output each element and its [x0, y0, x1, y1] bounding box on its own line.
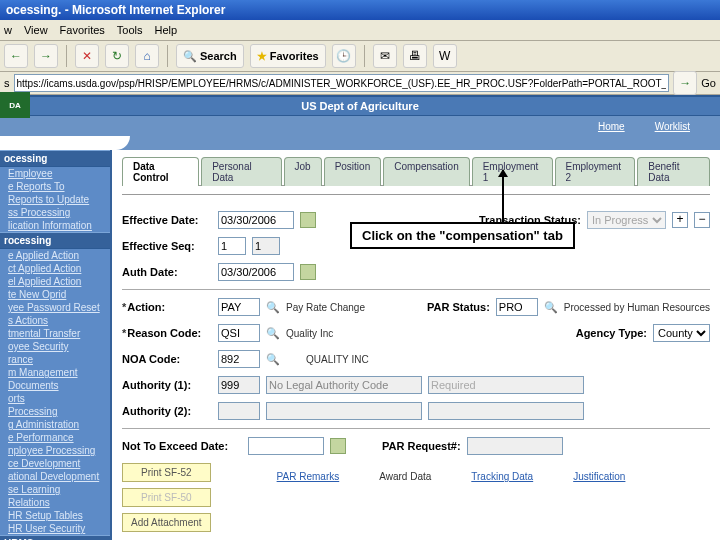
forward-button[interactable]: → — [34, 44, 58, 68]
award-data-label: Award Data — [379, 471, 431, 482]
menu-item[interactable]: Favorites — [60, 24, 105, 36]
noa-code-input[interactable] — [218, 350, 260, 368]
sidebar-item[interactable]: e Performance — [0, 431, 110, 444]
mail-button[interactable]: ✉ — [373, 44, 397, 68]
favorites-button[interactable]: ★Favorites — [250, 44, 326, 68]
nte-date-input[interactable] — [248, 437, 324, 455]
sidebar-item[interactable]: orts — [0, 392, 110, 405]
top-nav: Home Worklist — [0, 116, 720, 136]
print-button[interactable]: 🖶 — [403, 44, 427, 68]
menu-item[interactable]: View — [24, 24, 48, 36]
sidebar-item[interactable]: e Reports To — [0, 180, 110, 193]
header-curve — [0, 136, 720, 150]
sidebar-item[interactable]: m Management — [0, 366, 110, 379]
sidebar-item[interactable]: ational Development — [0, 470, 110, 483]
auth-date-input[interactable] — [218, 263, 294, 281]
tab-personal-data[interactable]: Personal Data — [201, 157, 281, 186]
sidebar-item[interactable]: HR Setup Tables — [0, 509, 110, 522]
effective-seq-1-input[interactable] — [218, 237, 246, 255]
effective-date-label: Effective Date: — [122, 214, 212, 226]
authority-2-input — [218, 402, 260, 420]
home-link[interactable]: Home — [598, 121, 625, 132]
refresh-button[interactable]: ↻ — [105, 44, 129, 68]
tab-employment-1[interactable]: Employment 1 — [472, 157, 553, 186]
sidebar-item[interactable]: ss Processing — [0, 206, 110, 219]
sidebar-item[interactable]: tmental Transfer — [0, 327, 110, 340]
print-sf52-button[interactable]: Print SF-52 — [122, 463, 211, 482]
sidebar-item[interactable]: te New Oprid — [0, 288, 110, 301]
reason-code-input[interactable] — [218, 324, 260, 342]
noa-code-label: NOA Code: — [122, 353, 212, 365]
sidebar-item[interactable]: HR User Security — [0, 522, 110, 535]
search-button[interactable]: 🔍Search — [176, 44, 244, 68]
tab-position[interactable]: Position — [324, 157, 382, 186]
reason-desc: Quality Inc — [286, 328, 333, 339]
authority-2-label: Authority (2): — [122, 405, 212, 417]
lookup-icon[interactable]: 🔍 — [266, 352, 280, 366]
worklist-link[interactable]: Worklist — [655, 121, 690, 132]
address-bar: s → Go — [0, 72, 720, 95]
back-button[interactable]: ← — [4, 44, 28, 68]
agency-type-select[interactable]: County — [653, 324, 710, 342]
delete-row-button[interactable]: − — [694, 212, 710, 228]
par-status-desc: Processed by Human Resources — [564, 302, 710, 313]
lookup-icon[interactable]: 🔍 — [266, 300, 280, 314]
sidebar-item[interactable]: ct Applied Action — [0, 262, 110, 275]
sidebar-item[interactable]: se Learning — [0, 483, 110, 496]
sidebar-item[interactable]: g Administration — [0, 418, 110, 431]
edit-button[interactable]: W — [433, 44, 457, 68]
add-row-button[interactable]: + — [672, 212, 688, 228]
menu-item[interactable]: w — [4, 24, 12, 36]
sidebar-item[interactable]: e Applied Action — [0, 249, 110, 262]
effective-date-input[interactable] — [218, 211, 294, 229]
par-remarks-link[interactable]: PAR Remarks — [277, 471, 340, 482]
menu-item[interactable]: Help — [155, 24, 178, 36]
stop-button[interactable]: ✕ — [75, 44, 99, 68]
effective-seq-2-input — [252, 237, 280, 255]
tab-data-control[interactable]: Data Control — [122, 157, 199, 186]
home-button[interactable]: ⌂ — [135, 44, 159, 68]
menubar: w View Favorites Tools Help — [0, 20, 720, 41]
sidebar: ocessingEmployeee Reports ToReports to U… — [0, 150, 112, 540]
tab-job[interactable]: Job — [284, 157, 322, 186]
calendar-icon[interactable] — [300, 264, 316, 280]
par-request-label: PAR Request#: — [382, 440, 461, 452]
go-button[interactable]: → — [673, 71, 697, 95]
calendar-icon[interactable] — [300, 212, 316, 228]
sidebar-item[interactable]: Reports to Update — [0, 193, 110, 206]
sidebar-item[interactable]: lication Information — [0, 219, 110, 232]
sidebar-item[interactable]: rance — [0, 353, 110, 366]
sidebar-item[interactable]: ce Development — [0, 457, 110, 470]
history-button[interactable]: 🕒 — [332, 44, 356, 68]
sidebar-item[interactable]: nployee Processing — [0, 444, 110, 457]
authority-1-req-input — [428, 376, 584, 394]
par-status-input[interactable] — [496, 298, 538, 316]
go-label: Go — [701, 77, 716, 89]
toolbar: ← → ✕ ↻ ⌂ 🔍Search ★Favorites 🕒 ✉ 🖶 W — [0, 41, 720, 72]
sidebar-item[interactable]: Documents — [0, 379, 110, 392]
lookup-icon[interactable]: 🔍 — [266, 326, 280, 340]
tracking-data-link[interactable]: Tracking Data — [471, 471, 533, 482]
page-header: US Dept of Agriculture — [0, 95, 720, 116]
tab-employment-2[interactable]: Employment 2 — [555, 157, 636, 186]
window-titlebar: ocessing. - Microsoft Internet Explorer — [0, 0, 720, 20]
justification-link[interactable]: Justification — [573, 471, 625, 482]
calendar-icon[interactable] — [330, 438, 346, 454]
sidebar-item[interactable]: yee Password Reset — [0, 301, 110, 314]
sidebar-section: HRMS — [0, 535, 110, 540]
address-input[interactable] — [14, 74, 670, 92]
sidebar-item[interactable]: Employee — [0, 167, 110, 180]
tab-compensation[interactable]: Compensation — [383, 157, 469, 186]
effective-seq-label: Effective Seq: — [122, 240, 212, 252]
add-attachment-button[interactable]: Add Attachment — [122, 513, 211, 532]
sidebar-item[interactable]: Relations — [0, 496, 110, 509]
sidebar-item[interactable]: s Actions — [0, 314, 110, 327]
tab-benefit-data[interactable]: Benefit Data — [637, 157, 710, 186]
lookup-icon[interactable]: 🔍 — [544, 300, 558, 314]
sidebar-section: rocessing — [0, 232, 110, 249]
sidebar-item[interactable]: oyee Security — [0, 340, 110, 353]
sidebar-item[interactable]: el Applied Action — [0, 275, 110, 288]
sidebar-item[interactable]: Processing — [0, 405, 110, 418]
action-input[interactable] — [218, 298, 260, 316]
menu-item[interactable]: Tools — [117, 24, 143, 36]
